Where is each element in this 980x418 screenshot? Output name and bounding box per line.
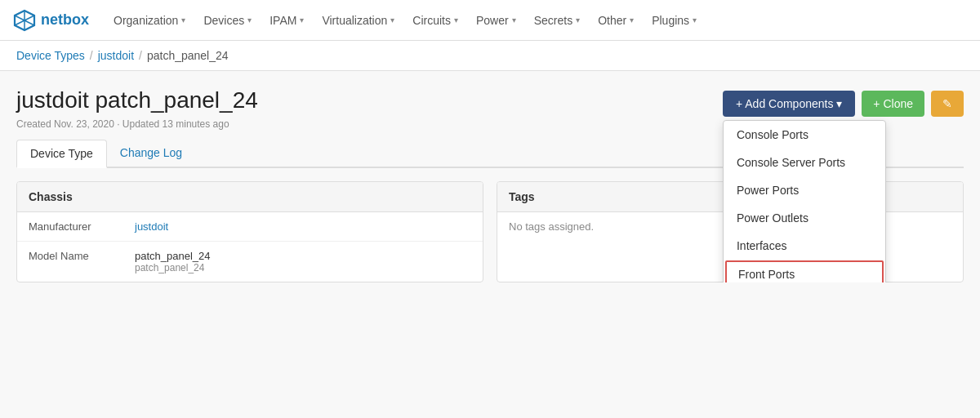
model-name-sub: patch_panel_24 <box>135 262 471 273</box>
page-title-section: justdoit patch_panel_24 Created Nov. 23,… <box>16 87 258 130</box>
chevron-down-icon: ▾ <box>181 16 185 24</box>
table-row: Model Name patch_panel_24 patch_panel_24 <box>17 242 483 282</box>
chevron-down-icon: ▾ <box>512 16 516 24</box>
nav-item-ipam[interactable]: IPAM ▾ <box>261 2 312 38</box>
edit-button[interactable]: ✎ <box>931 91 964 117</box>
breadcrumb: Device Types / justdoit / patch_panel_24 <box>0 41 980 71</box>
manufacturer-label: Manufacturer <box>17 212 123 241</box>
page-title: justdoit patch_panel_24 <box>16 87 258 113</box>
chevron-down-icon: ▾ <box>576 16 580 24</box>
chevron-down-icon: ▾ <box>300 16 304 24</box>
model-name-label: Model Name <box>17 242 123 282</box>
chevron-down-icon: ▾ <box>247 16 252 24</box>
navbar: netbox Organization ▾ Devices ▾ IPAM ▾ V… <box>0 0 980 41</box>
nav-item-virtualization[interactable]: Virtualization ▾ <box>314 2 403 38</box>
page-header: justdoit patch_panel_24 Created Nov. 23,… <box>16 87 964 130</box>
chevron-down-icon: ▾ <box>630 16 634 24</box>
nav-item-secrets[interactable]: Secrets ▾ <box>526 2 588 38</box>
menu-item-front-ports[interactable]: Front Ports <box>725 260 884 282</box>
menu-item-interfaces[interactable]: Interfaces <box>724 232 885 260</box>
brand-logo[interactable]: netbox <box>13 9 89 32</box>
chassis-panel: Chassis Manufacturer justdoit Model Name… <box>16 181 483 282</box>
manufacturer-link[interactable]: justdoit <box>135 220 168 233</box>
brand-name: netbox <box>41 11 89 29</box>
model-name-value: patch_panel_24 patch_panel_24 <box>123 242 483 282</box>
breadcrumb-current: patch_panel_24 <box>147 49 229 62</box>
nav-item-organization[interactable]: Organization ▾ <box>105 2 194 38</box>
nav-item-plugins[interactable]: Plugins ▾ <box>644 2 705 38</box>
menu-item-console-ports[interactable]: Console Ports <box>724 121 885 149</box>
nav-item-circuits[interactable]: Circuits ▾ <box>404 2 466 38</box>
breadcrumb-separator: / <box>139 49 142 62</box>
breadcrumb-justdoit[interactable]: justdoit <box>98 49 134 62</box>
netbox-logo-icon <box>13 9 36 32</box>
clone-button[interactable]: + Clone <box>862 91 924 117</box>
add-components-menu: Console Ports Console Server Ports Power… <box>723 120 886 282</box>
menu-item-console-server-ports[interactable]: Console Server Ports <box>724 149 885 176</box>
table-row: Manufacturer justdoit <box>17 212 483 242</box>
nav-menu: Organization ▾ Devices ▾ IPAM ▾ Virtuali… <box>105 2 705 38</box>
nav-item-power[interactable]: Power ▾ <box>468 2 524 38</box>
menu-item-power-ports[interactable]: Power Ports <box>724 176 885 204</box>
main-content: justdoit patch_panel_24 Created Nov. 23,… <box>0 71 980 282</box>
nav-item-devices[interactable]: Devices ▾ <box>195 2 260 38</box>
chevron-down-icon: ▾ <box>454 16 458 24</box>
page-meta: Created Nov. 23, 2020 · Updated 13 minut… <box>16 118 229 130</box>
chevron-down-icon: ▾ <box>390 16 394 24</box>
action-buttons: + Add Components ▾ Console Ports Console… <box>723 91 964 117</box>
add-components-button[interactable]: + Add Components ▾ <box>723 91 855 117</box>
chevron-down-icon: ▾ <box>693 16 697 24</box>
breadcrumb-device-types[interactable]: Device Types <box>16 49 85 62</box>
nav-item-other[interactable]: Other ▾ <box>590 2 642 38</box>
menu-item-power-outlets[interactable]: Power Outlets <box>724 204 885 232</box>
add-components-dropdown: + Add Components ▾ Console Ports Console… <box>723 91 855 117</box>
chassis-panel-header: Chassis <box>17 182 483 212</box>
manufacturer-value: justdoit <box>123 212 483 241</box>
tab-change-log[interactable]: Change Log <box>107 140 195 168</box>
tab-device-type[interactable]: Device Type <box>16 140 107 168</box>
model-name-text: patch_panel_24 <box>135 250 211 262</box>
breadcrumb-separator: / <box>90 49 93 62</box>
